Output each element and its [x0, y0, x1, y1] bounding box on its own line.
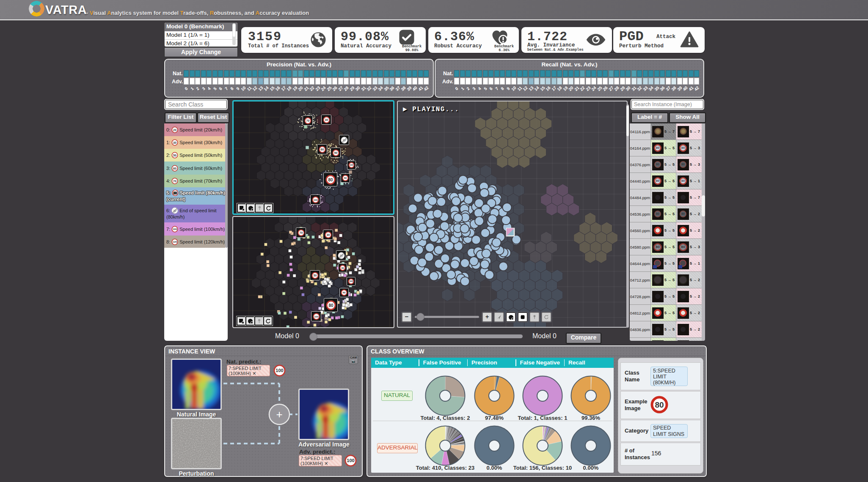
svg-text:30: 30: [341, 267, 344, 269]
svg-text:100: 100: [314, 315, 319, 318]
svg-text:70: 70: [173, 180, 176, 183]
svg-text:100: 100: [347, 458, 354, 463]
svg-text:100: 100: [313, 198, 318, 201]
svg-text:30: 30: [326, 233, 330, 236]
svg-text:+: +: [276, 408, 282, 421]
svg-text:30: 30: [325, 118, 328, 121]
svg-text:60: 60: [344, 177, 347, 179]
svg-text:100: 100: [173, 228, 177, 230]
svg-text:100: 100: [350, 164, 353, 166]
svg-text:20: 20: [173, 129, 176, 131]
svg-text:100: 100: [276, 368, 283, 373]
svg-text:100: 100: [349, 280, 353, 282]
svg-text:50: 50: [313, 274, 317, 277]
svg-text:80: 80: [328, 177, 333, 182]
svg-text:60: 60: [343, 291, 346, 294]
svg-text:50: 50: [173, 154, 176, 157]
svg-text:80: 80: [655, 400, 664, 409]
svg-text:50: 50: [334, 151, 337, 154]
svg-text:70: 70: [299, 231, 303, 234]
svg-text:80: 80: [174, 192, 177, 194]
svg-text:30: 30: [173, 141, 176, 144]
svg-text:70: 70: [306, 119, 309, 122]
svg-text:60: 60: [320, 148, 324, 151]
svg-text:60: 60: [173, 167, 176, 170]
svg-text:120: 120: [173, 241, 177, 243]
svg-text:80: 80: [328, 303, 333, 307]
